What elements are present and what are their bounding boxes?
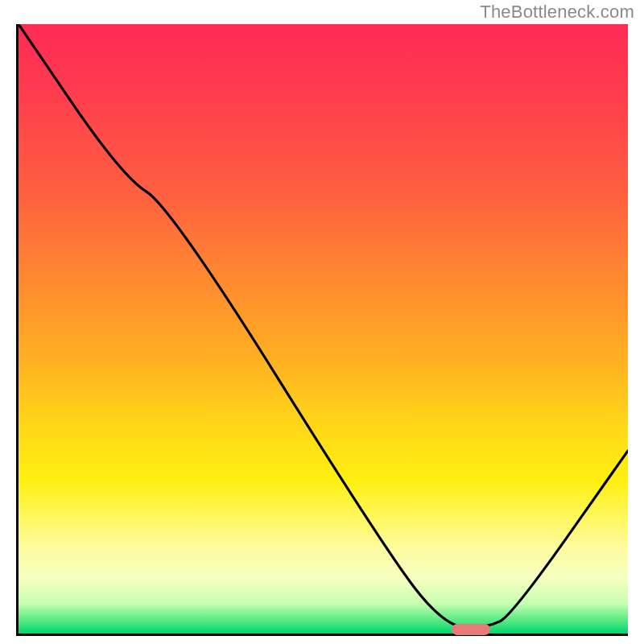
curve-path	[19, 24, 628, 627]
plot-area	[16, 24, 628, 636]
bottleneck-curve	[19, 24, 628, 634]
chart-container: TheBottleneck.com	[0, 0, 644, 644]
optimal-point-marker	[452, 624, 490, 635]
attribution-text: TheBottleneck.com	[480, 2, 634, 23]
